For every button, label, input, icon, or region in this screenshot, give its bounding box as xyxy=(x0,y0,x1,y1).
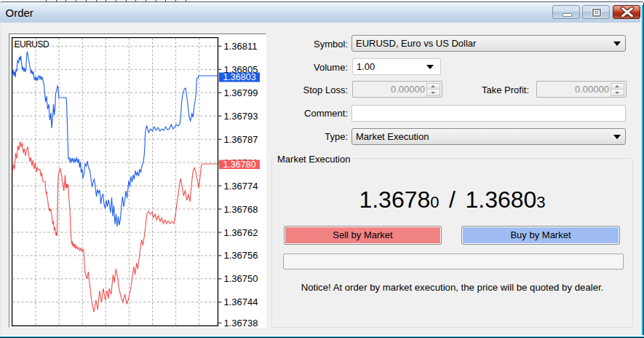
svg-text:1.36803: 1.36803 xyxy=(223,72,255,82)
svg-text:1.36780: 1.36780 xyxy=(223,160,255,170)
svg-text:1.36799: 1.36799 xyxy=(224,87,258,98)
svg-text:1.36744: 1.36744 xyxy=(224,296,258,307)
svg-text:1.36768: 1.36768 xyxy=(224,204,258,215)
svg-text:1.36756: 1.36756 xyxy=(224,250,258,261)
svg-text:1.36811: 1.36811 xyxy=(224,41,258,52)
svg-text:1.36793: 1.36793 xyxy=(224,111,258,122)
svg-text:1.36738: 1.36738 xyxy=(224,318,258,329)
svg-text:1.36787: 1.36787 xyxy=(224,134,258,145)
svg-text:1.36774: 1.36774 xyxy=(224,181,258,192)
svg-text:EURUSD: EURUSD xyxy=(15,39,50,50)
svg-text:1.36750: 1.36750 xyxy=(224,273,258,284)
svg-text:1.36762: 1.36762 xyxy=(224,227,258,238)
